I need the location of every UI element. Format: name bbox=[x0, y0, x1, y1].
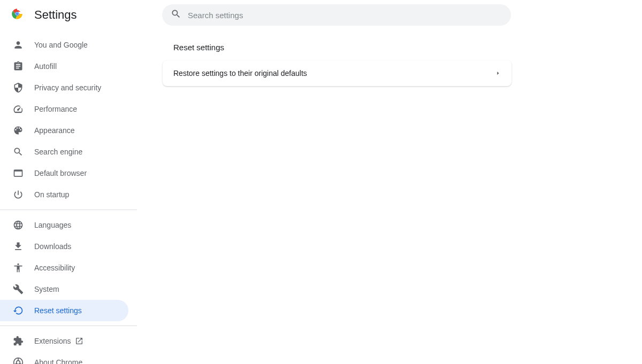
sidebar-item-autofill[interactable]: Autofill bbox=[0, 56, 128, 77]
sidebar-item-accessibility[interactable]: Accessibility bbox=[0, 257, 128, 278]
power-icon bbox=[13, 189, 24, 200]
palette-icon bbox=[13, 125, 24, 136]
sidebar-item-label: Downloads bbox=[34, 242, 71, 251]
clipboard-icon bbox=[13, 61, 24, 72]
browser-icon bbox=[13, 168, 24, 179]
section-title: Reset settings bbox=[163, 43, 616, 52]
sidebar-item-on-startup[interactable]: On startup bbox=[0, 184, 128, 205]
download-icon bbox=[13, 241, 24, 252]
sidebar-item-languages[interactable]: Languages bbox=[0, 214, 128, 236]
sidebar-item-label: Languages bbox=[34, 221, 71, 229]
sidebar-item-downloads[interactable]: Downloads bbox=[0, 236, 128, 257]
accessibility-icon bbox=[13, 262, 24, 273]
sidebar-item-system[interactable]: System bbox=[0, 278, 128, 300]
sidebar: You and Google Autofill Privacy and secu… bbox=[0, 30, 137, 364]
wrench-icon bbox=[13, 284, 24, 295]
sidebar-item-you-and-google[interactable]: You and Google bbox=[0, 34, 128, 56]
globe-icon bbox=[13, 220, 24, 230]
sidebar-item-label: Extensions bbox=[34, 337, 71, 345]
page-title: Settings bbox=[34, 8, 77, 22]
sidebar-item-extensions[interactable]: Extensions bbox=[0, 330, 128, 352]
sidebar-item-search-engine[interactable]: Search engine bbox=[0, 141, 128, 162]
sidebar-item-label: Default browser bbox=[34, 169, 87, 177]
chevron-right-icon bbox=[495, 69, 501, 78]
sidebar-item-label: Autofill bbox=[34, 62, 57, 71]
reset-icon bbox=[13, 305, 24, 316]
reset-card: Restore settings to their original defau… bbox=[163, 60, 511, 86]
sidebar-item-privacy[interactable]: Privacy and security bbox=[0, 77, 128, 98]
extension-icon bbox=[13, 336, 24, 346]
shield-icon bbox=[13, 82, 24, 93]
sidebar-item-default-browser[interactable]: Default browser bbox=[0, 162, 128, 184]
sidebar-item-label: You and Google bbox=[34, 41, 88, 49]
main-content: Reset settings Restore settings to their… bbox=[137, 30, 642, 364]
header: Settings bbox=[0, 0, 642, 30]
sidebar-item-label: Search engine bbox=[34, 148, 82, 156]
sidebar-item-label: Performance bbox=[34, 105, 77, 113]
chrome-mono-icon bbox=[13, 357, 24, 364]
open-in-new-icon bbox=[75, 337, 83, 345]
divider bbox=[0, 210, 137, 210]
svg-point-3 bbox=[16, 13, 19, 16]
restore-defaults-label: Restore settings to their original defau… bbox=[173, 69, 307, 78]
speedometer-icon bbox=[13, 104, 24, 114]
search-icon bbox=[171, 9, 188, 21]
sidebar-item-reset[interactable]: Reset settings bbox=[0, 300, 128, 321]
search-input[interactable] bbox=[188, 11, 502, 20]
sidebar-item-label: Accessibility bbox=[34, 264, 75, 272]
chrome-logo-icon bbox=[11, 7, 34, 22]
search-icon bbox=[13, 146, 24, 157]
sidebar-item-label: Privacy and security bbox=[34, 83, 101, 92]
sidebar-item-appearance[interactable]: Appearance bbox=[0, 120, 128, 141]
sidebar-item-label: Reset settings bbox=[34, 306, 82, 315]
sidebar-item-label: About Chrome bbox=[34, 358, 82, 364]
sidebar-item-label: Appearance bbox=[34, 126, 75, 135]
sidebar-item-label: System bbox=[34, 285, 59, 293]
divider bbox=[0, 326, 137, 326]
sidebar-item-label: On startup bbox=[34, 190, 69, 199]
restore-defaults-row[interactable]: Restore settings to their original defau… bbox=[163, 60, 511, 86]
person-icon bbox=[13, 40, 24, 50]
sidebar-item-about[interactable]: About Chrome bbox=[0, 352, 128, 364]
sidebar-item-performance[interactable]: Performance bbox=[0, 98, 128, 120]
search-bar[interactable] bbox=[162, 4, 511, 26]
